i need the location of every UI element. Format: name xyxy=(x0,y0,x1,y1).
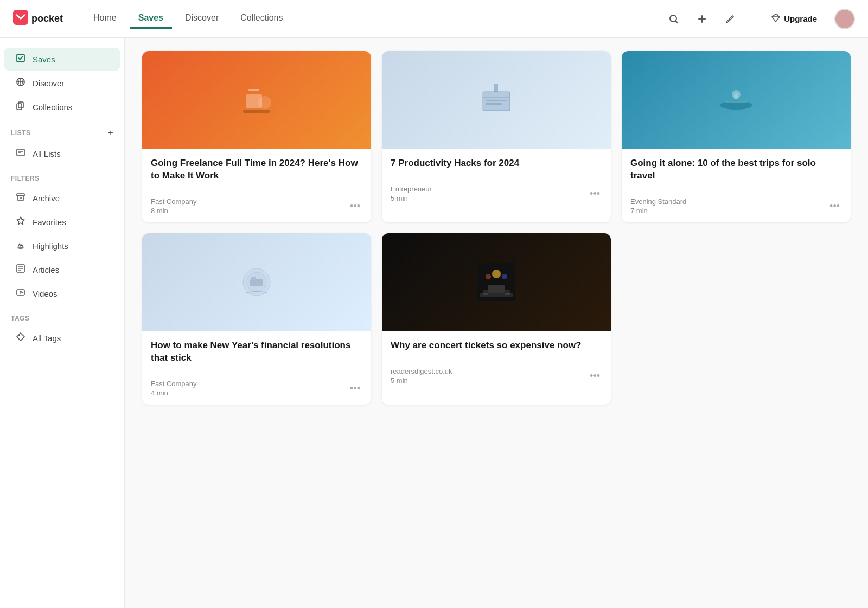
svg-rect-49 xyxy=(488,285,505,293)
svg-marker-27 xyxy=(20,291,23,293)
sidebar-favorites-label: Favorites xyxy=(33,217,66,227)
card-4-title: How to make New Year's financial resolut… xyxy=(151,340,362,364)
card-1-meta: Fast Company 8 min xyxy=(151,197,197,215)
sidebar-item-videos[interactable]: Videos xyxy=(4,282,120,305)
card-5-more-button[interactable]: ••• xyxy=(588,369,602,383)
card-2-meta: Entrepreneur 5 min xyxy=(391,185,432,202)
card-5-meta: readersdigest.co.uk 5 min xyxy=(391,367,452,385)
articles-icon xyxy=(15,264,26,276)
header: pocket Home Saves Discover Collections xyxy=(0,0,868,38)
card-4-more-button[interactable]: ••• xyxy=(348,381,362,395)
svg-point-48 xyxy=(502,274,507,279)
article-card-3[interactable]: Going it alone: 10 of the best trips for… xyxy=(622,51,851,222)
card-5-footer: readersdigest.co.uk 5 min ••• xyxy=(382,367,611,392)
saves-icon xyxy=(15,53,26,65)
svg-point-28 xyxy=(18,335,20,336)
card-3-meta: Evening Standard 7 min xyxy=(630,197,686,215)
card-4-meta: Fast Company 4 min xyxy=(151,380,197,397)
svg-marker-5 xyxy=(772,14,780,22)
sidebar-item-highlights[interactable]: Highlights xyxy=(4,234,120,257)
sidebar-item-archive[interactable]: Archive xyxy=(4,187,120,209)
sidebar-saves-label: Saves xyxy=(33,55,55,64)
pocket-logo-icon xyxy=(13,10,28,28)
sidebar-filters-section: Filters xyxy=(0,166,124,185)
card-3-image xyxy=(622,51,851,149)
header-divider xyxy=(751,11,751,27)
card-4-footer: Fast Company 4 min ••• xyxy=(142,380,371,405)
upgrade-label: Upgrade xyxy=(784,14,817,23)
card-1-body: Going Freelance Full Time in 2024? Here'… xyxy=(142,149,371,197)
upgrade-button[interactable]: Upgrade xyxy=(762,9,826,29)
add-button[interactable] xyxy=(692,9,712,29)
sidebar: Saves Discover Collection xyxy=(0,38,125,608)
sidebar-all-lists-label: All Lists xyxy=(33,149,61,158)
nav-saves[interactable]: Saves xyxy=(130,9,172,29)
svg-rect-44 xyxy=(251,277,256,279)
article-card-1[interactable]: Going Freelance Full Time in 2024? Here'… xyxy=(142,51,371,222)
card-2-title: 7 Productivity Hacks for 2024 xyxy=(391,157,602,170)
sidebar-articles-label: Articles xyxy=(33,265,59,274)
nav-discover[interactable]: Discover xyxy=(176,9,227,29)
archive-icon xyxy=(15,192,26,204)
main-layout: Saves Discover Collection xyxy=(0,38,868,608)
svg-rect-15 xyxy=(17,149,24,156)
card-5-title: Why are concert tickets so expensive now… xyxy=(391,340,602,352)
favorites-icon xyxy=(15,216,26,228)
videos-icon xyxy=(15,287,26,299)
svg-point-31 xyxy=(258,96,271,109)
sidebar-item-collections[interactable]: Collections xyxy=(4,95,120,118)
sidebar-videos-label: Videos xyxy=(33,289,58,298)
card-1-footer: Fast Company 8 min ••• xyxy=(142,197,371,222)
card-3-title: Going it alone: 10 of the best trips for… xyxy=(630,157,842,182)
edit-button[interactable] xyxy=(720,9,740,29)
svg-rect-35 xyxy=(486,100,507,101)
svg-rect-37 xyxy=(494,84,498,92)
card-4-body: How to make New Year's financial resolut… xyxy=(142,331,371,380)
svg-rect-30 xyxy=(248,89,259,91)
card-5-image xyxy=(382,233,611,331)
card-2-body: 7 Productivity Hacks for 2024 xyxy=(382,149,611,185)
card-4-image xyxy=(142,233,371,331)
sidebar-tags-section: Tags xyxy=(0,306,124,325)
svg-rect-39 xyxy=(725,101,747,103)
svg-marker-21 xyxy=(17,217,24,225)
sidebar-highlights-label: Highlights xyxy=(33,241,68,251)
main-content: Going Freelance Full Time in 2024? Here'… xyxy=(125,38,868,608)
card-5-body: Why are concert tickets so expensive now… xyxy=(382,331,611,367)
svg-point-46 xyxy=(492,270,501,278)
nav-home[interactable]: Home xyxy=(85,9,125,29)
highlights-icon xyxy=(15,240,26,252)
logo[interactable]: pocket xyxy=(13,10,63,28)
article-card-5[interactable]: Why are concert tickets so expensive now… xyxy=(382,233,611,405)
user-avatar[interactable] xyxy=(834,9,855,29)
card-1-image xyxy=(142,51,371,149)
svg-line-2 xyxy=(676,21,678,23)
list-icon xyxy=(15,148,26,159)
sidebar-item-discover[interactable]: Discover xyxy=(4,72,120,94)
sidebar-discover-label: Discover xyxy=(33,79,64,88)
article-card-4[interactable]: How to make New Year's financial resolut… xyxy=(142,233,371,405)
sidebar-item-all-lists[interactable]: All Lists xyxy=(4,142,120,165)
svg-rect-52 xyxy=(480,293,513,297)
main-nav: Home Saves Discover Collections xyxy=(85,9,664,29)
sidebar-all-tags-label: All Tags xyxy=(33,334,61,343)
card-3-footer: Evening Standard 7 min ••• xyxy=(622,197,851,222)
sidebar-item-saves[interactable]: Saves xyxy=(4,48,120,71)
add-list-button[interactable]: + xyxy=(108,128,113,138)
card-3-more-button[interactable]: ••• xyxy=(827,199,842,213)
svg-rect-36 xyxy=(486,103,502,105)
sidebar-item-all-tags[interactable]: All Tags xyxy=(4,327,120,349)
svg-point-47 xyxy=(486,274,491,279)
card-2-more-button[interactable]: ••• xyxy=(588,187,602,201)
discover-icon xyxy=(15,77,26,89)
article-card-2[interactable]: 7 Productivity Hacks for 2024 Entreprene… xyxy=(382,51,611,222)
logo-text: pocket xyxy=(31,13,63,24)
sidebar-item-articles[interactable]: Articles xyxy=(4,258,120,281)
collections-icon xyxy=(15,101,26,113)
search-button[interactable] xyxy=(664,9,684,29)
svg-rect-43 xyxy=(250,279,263,286)
nav-collections[interactable]: Collections xyxy=(232,9,291,29)
sidebar-item-favorites[interactable]: Favorites xyxy=(4,210,120,233)
svg-rect-32 xyxy=(243,110,270,113)
card-1-more-button[interactable]: ••• xyxy=(348,199,362,213)
